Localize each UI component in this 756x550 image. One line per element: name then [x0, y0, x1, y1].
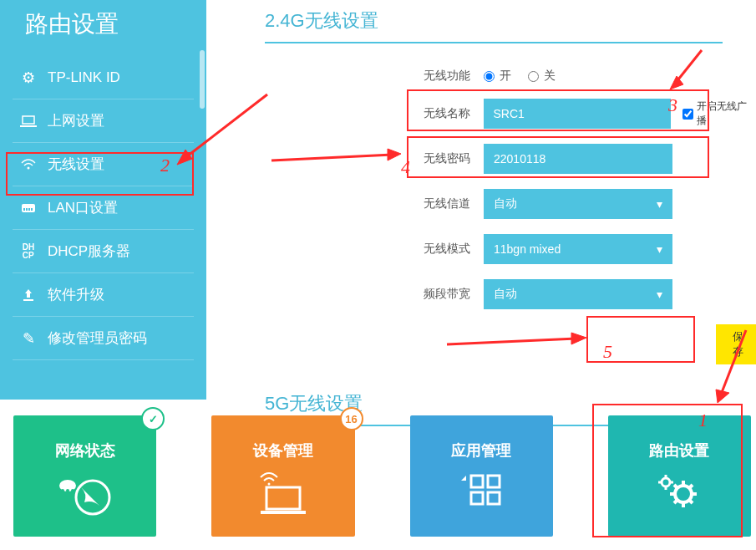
- sidebar-item-label: 修改管理员密码: [48, 328, 147, 348]
- save-button[interactable]: 保存: [716, 324, 756, 364]
- row-band: 频段带宽 自动 ▾: [424, 279, 756, 309]
- chevron-down-icon: ▾: [657, 197, 662, 211]
- card-router-settings[interactable]: 路由设置: [608, 415, 751, 537]
- device-count-badge: 16: [340, 407, 363, 430]
- checkbox-broadcast[interactable]: 开启无线广播: [682, 99, 756, 128]
- sidebar-item-admin-pwd[interactable]: ✎ 修改管理员密码: [13, 317, 194, 360]
- row-wireless-channel: 无线信道 自动 ▾: [424, 189, 756, 219]
- svg-rect-4: [23, 208, 25, 211]
- gears-icon: [654, 471, 704, 512]
- svg-line-27: [689, 485, 693, 488]
- gear-icon: ⚙: [19, 69, 38, 87]
- chevron-down-icon: ▾: [657, 288, 662, 301]
- sidebar-item-dhcp[interactable]: DHCP DHCP服务器: [13, 230, 194, 273]
- sidebar-item-wireless[interactable]: 无线设置: [13, 143, 194, 186]
- section-title-24g: 2.4G无线设置: [265, 0, 723, 43]
- laptop-wifi-icon: [254, 471, 312, 517]
- label-channel: 无线信道: [424, 196, 472, 211]
- sidebar-item-label: TP-LINK ID: [48, 69, 120, 86]
- radio-off[interactable]: 关: [528, 69, 556, 84]
- dhcp-icon: DHCP: [19, 242, 38, 261]
- upload-icon: [19, 286, 38, 304]
- card-device-mgmt[interactable]: 16 设备管理: [211, 415, 354, 537]
- input-wireless-name[interactable]: [484, 99, 671, 129]
- card-title: 网络状态: [55, 441, 115, 461]
- svg-rect-20: [488, 492, 500, 504]
- apps-icon: [456, 471, 506, 512]
- svg-rect-0: [23, 116, 34, 124]
- svg-point-12: [66, 489, 69, 492]
- sidebar-item-label: 无线设置: [48, 155, 104, 174]
- label-wireless-pwd: 无线密码: [424, 151, 472, 166]
- card-app-mgmt[interactable]: 应用管理: [410, 415, 553, 537]
- svg-rect-18: [488, 476, 500, 487]
- radio-on-input[interactable]: [484, 71, 495, 82]
- svg-rect-6: [28, 208, 30, 211]
- label-wireless-name: 无线名称: [424, 106, 472, 121]
- svg-rect-5: [26, 208, 28, 211]
- sidebar-item-upgrade[interactable]: 软件升级: [13, 273, 194, 317]
- main-panel: 2.4G无线设置 无线功能 开 关 无线名称 开启无线广播 无线密码 无线信道 …: [206, 0, 756, 400]
- label-wireless-func: 无线功能: [424, 69, 472, 84]
- sidebar-item-label: 上网设置: [48, 111, 104, 130]
- label-band: 频段带宽: [424, 287, 472, 302]
- row-wireless-pwd: 无线密码: [424, 144, 756, 174]
- row-wireless-func: 无线功能 开 关: [424, 69, 756, 84]
- radio-off-input[interactable]: [528, 71, 539, 82]
- sidebar-item-label: LAN口设置: [48, 198, 118, 217]
- card-title: 路由设置: [649, 441, 709, 461]
- svg-line-28: [674, 500, 677, 503]
- svg-point-13: [71, 489, 74, 492]
- select-mode[interactable]: 11bgn mixed ▾: [484, 234, 672, 264]
- svg-line-29: [689, 500, 693, 503]
- svg-point-14: [267, 483, 270, 486]
- svg-point-2: [28, 166, 30, 169]
- sidebar-item-tplink-id[interactable]: ⚙ TP-LINK ID: [13, 57, 194, 99]
- sidebar-list: ⚙ TP-LINK ID 上网设置 无线设置 LAN口设置 DHCP DHCP服…: [0, 57, 206, 391]
- label-mode: 无线模式: [424, 242, 472, 257]
- globe-icon: [56, 471, 114, 517]
- row-wireless-name: 无线名称 开启无线广播: [424, 99, 756, 129]
- svg-rect-19: [471, 492, 483, 504]
- row-wireless-mode: 无线模式 11bgn mixed ▾: [424, 234, 756, 264]
- svg-point-30: [662, 478, 670, 486]
- sidebar-item-label: 软件升级: [48, 285, 104, 304]
- bottom-cards: ✓ 网络状态 16 设备管理 应用管理 路由设置: [13, 415, 751, 537]
- select-channel[interactable]: 自动 ▾: [484, 189, 672, 219]
- chevron-down-icon: ▾: [657, 242, 662, 256]
- sidebar-title: 路由设置: [0, 0, 206, 57]
- sidebar-item-lan[interactable]: LAN口设置: [13, 186, 194, 230]
- svg-point-9: [76, 481, 109, 514]
- pencil-icon: ✎: [19, 329, 38, 348]
- checkbox-broadcast-input[interactable]: [682, 109, 693, 120]
- check-icon: ✓: [141, 407, 165, 430]
- svg-rect-17: [471, 476, 483, 487]
- sidebar-item-internet[interactable]: 上网设置: [13, 99, 194, 143]
- wifi-icon: [19, 155, 38, 174]
- card-title: 应用管理: [451, 441, 511, 461]
- svg-rect-7: [31, 208, 33, 211]
- card-network-status[interactable]: ✓ 网络状态: [13, 415, 156, 537]
- card-title: 设备管理: [253, 441, 313, 461]
- sidebar: 路由设置 ⚙ TP-LINK ID 上网设置 无线设置 LAN口设置 DHCP: [0, 0, 206, 400]
- laptop-icon: [19, 112, 38, 130]
- select-band[interactable]: 自动 ▾: [484, 279, 672, 309]
- input-wireless-pwd[interactable]: [484, 144, 672, 174]
- svg-line-26: [674, 485, 677, 488]
- sidebar-item-label: DHCP服务器: [48, 242, 130, 261]
- ethernet-icon: [19, 199, 38, 217]
- radio-on[interactable]: 开: [484, 69, 511, 84]
- svg-point-11: [61, 489, 64, 492]
- svg-rect-15: [266, 487, 300, 509]
